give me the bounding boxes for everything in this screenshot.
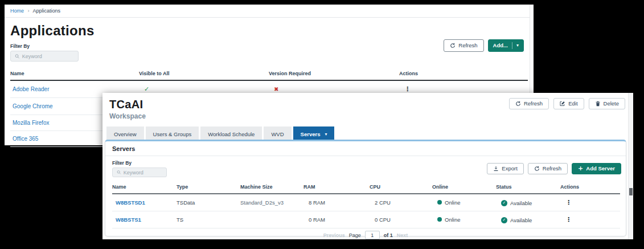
- workspace-refresh-button[interactable]: Refresh: [509, 98, 549, 109]
- col-header-machine-size: Machine Size: [240, 182, 303, 194]
- refresh-label: Refresh: [458, 43, 477, 48]
- add-server-button[interactable]: + Add Server: [572, 163, 621, 174]
- refresh-icon: [450, 43, 456, 48]
- refresh-label: Refresh: [543, 166, 561, 172]
- kebab-menu-icon[interactable]: ⋮: [560, 216, 572, 223]
- app-name-link[interactable]: Google Chrome: [10, 103, 53, 109]
- online-label: Online: [445, 217, 460, 223]
- app-name-link[interactable]: Adobe Reader: [10, 86, 50, 92]
- server-name-link[interactable]: W8BSTS1: [112, 217, 141, 223]
- trash-icon: [595, 101, 601, 107]
- keyword-input[interactable]: [124, 170, 162, 175]
- search-icon: [117, 170, 121, 175]
- desktop-canvas: Home › Applications Applications Filter …: [0, 0, 644, 249]
- workspace-edit-button[interactable]: Edit: [553, 98, 584, 109]
- col-header-online: Online: [432, 182, 496, 194]
- online-dot-icon: [437, 217, 442, 222]
- col-header-version: Version Required: [269, 69, 399, 80]
- page-title: Applications: [10, 23, 528, 39]
- refresh-icon: [515, 101, 521, 107]
- app-name-link[interactable]: Mozilla Firefox: [10, 120, 49, 126]
- servers-panel: Servers Filter By Export: [105, 140, 626, 236]
- server-type: TSData: [177, 199, 195, 206]
- check-icon: ✓: [139, 85, 149, 93]
- status-check-icon: ✓: [501, 217, 507, 223]
- breadcrumb-current: Applications: [33, 8, 61, 14]
- pagination: Previous Page of 1 Next: [105, 231, 626, 239]
- table-header-row: Name Visible to All Version Required Act…: [10, 69, 528, 80]
- col-header-name: Name: [112, 182, 177, 194]
- edit-icon: [560, 101, 565, 107]
- panel-title: Servers: [105, 141, 626, 156]
- machine-size: Standard_D2s_v3: [240, 199, 284, 206]
- next-page-button[interactable]: Next: [397, 232, 408, 238]
- ram-value: 0 RAM: [303, 217, 325, 223]
- x-icon: ✖: [269, 86, 278, 92]
- tab-servers-label: Servers: [301, 131, 321, 137]
- scrollbar-thumb[interactable]: [629, 188, 633, 195]
- table-row: W8BSTSD1 TSData Standard_D2s_v3 8 RAM 2 …: [112, 194, 620, 211]
- ram-value: 8 RAM: [303, 199, 325, 206]
- search-icon: [15, 54, 20, 59]
- col-header-cpu: CPU: [370, 182, 432, 194]
- table-row: W8BSTS1 TS 0 RAM 0 CPU Online ✓Available…: [112, 211, 620, 228]
- chevron-down-icon: ▾: [516, 43, 519, 48]
- add-button[interactable]: Add... ▾: [488, 39, 524, 52]
- page-of-label: of 1: [384, 232, 393, 238]
- export-label: Export: [502, 166, 517, 172]
- online-label: Online: [445, 199, 460, 206]
- refresh-icon: [534, 166, 540, 172]
- status-label: Available: [510, 200, 532, 206]
- export-button[interactable]: Export: [487, 163, 523, 174]
- workspace-delete-button[interactable]: Delete: [589, 98, 625, 109]
- col-header-ram: RAM: [303, 182, 370, 194]
- chevron-down-icon: ▾: [325, 132, 327, 137]
- button-divider: [512, 42, 512, 49]
- col-header-status: Status: [496, 182, 560, 194]
- delete-label: Delete: [604, 101, 619, 107]
- kebab-menu-icon[interactable]: ⋮: [399, 85, 411, 93]
- kebab-menu-icon[interactable]: ⋮: [560, 199, 572, 206]
- cpu-value: 2 CPU: [370, 199, 391, 206]
- server-name-link[interactable]: W8BSTSD1: [112, 199, 145, 206]
- col-header-visible: Visible to All: [139, 69, 269, 80]
- col-header-type: Type: [177, 182, 240, 194]
- scrollbar-track[interactable]: [628, 93, 633, 239]
- status-check-icon: ✓: [501, 200, 507, 206]
- workspace-window: TCaAI Workspace Refresh Edit: [102, 93, 633, 239]
- col-header-name: Name: [10, 69, 139, 80]
- servers-table: Name Type Machine Size RAM CPU Online St…: [112, 182, 620, 228]
- workspace-subtitle: Workspace: [109, 112, 626, 120]
- previous-page-button[interactable]: Previous: [323, 232, 345, 238]
- page-label: Page: [349, 232, 361, 238]
- panel-refresh-button[interactable]: Refresh: [528, 163, 568, 174]
- breadcrumb-separator: ›: [28, 8, 30, 14]
- refresh-button[interactable]: Refresh: [444, 39, 483, 52]
- refresh-label: Refresh: [524, 101, 543, 107]
- add-label: Add...: [493, 43, 508, 48]
- table-header-row: Name Type Machine Size RAM CPU Online St…: [112, 182, 620, 194]
- keyword-input[interactable]: [22, 54, 74, 59]
- keyword-search: [10, 51, 79, 62]
- page-number-input[interactable]: [365, 231, 380, 239]
- add-server-label: Add Server: [586, 166, 615, 172]
- breadcrumb-home-link[interactable]: Home: [10, 8, 24, 14]
- col-header-actions: Actions: [560, 182, 620, 194]
- status-label: Available: [510, 217, 532, 223]
- keyword-search: [112, 168, 167, 177]
- online-dot-icon: [437, 200, 442, 205]
- cpu-value: 0 CPU: [370, 217, 391, 223]
- app-name-link[interactable]: Office 365: [10, 136, 38, 142]
- col-header-actions: Actions: [399, 69, 528, 80]
- server-type: TS: [177, 217, 183, 223]
- edit-label: Edit: [568, 101, 577, 107]
- breadcrumb: Home › Applications: [5, 5, 534, 18]
- download-icon: [493, 166, 499, 172]
